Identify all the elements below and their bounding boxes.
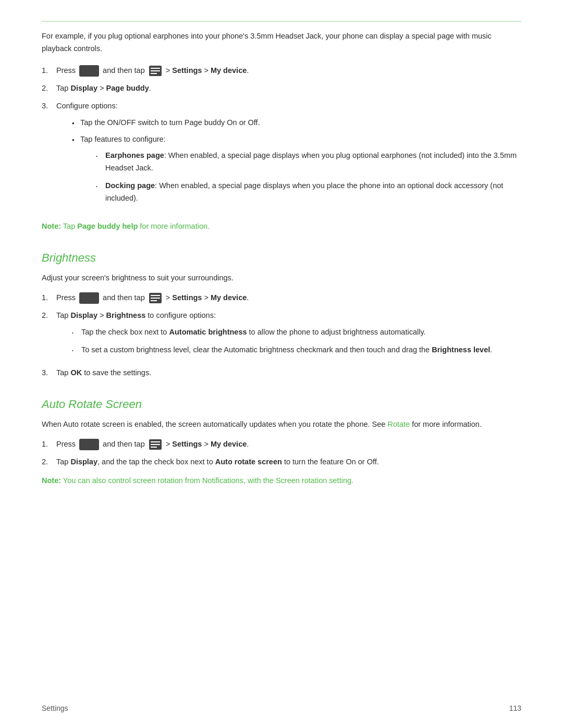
display-bold-b: Display	[70, 311, 97, 319]
step-3-content: Configure options: ▪ Tap the ON/OFF swit…	[56, 100, 521, 214]
svg-rect-9	[151, 441, 160, 442]
press-text-ar: Press	[56, 438, 76, 451]
brightness-sub-dot-2: •	[72, 344, 81, 354]
brightness-step-num-1: 1.	[42, 292, 56, 304]
sub-dot-1: •	[96, 150, 105, 159]
step-1-content: Press and then tap > Settings > My devi	[56, 65, 521, 77]
top-divider	[42, 21, 521, 22]
svg-rect-11	[151, 447, 157, 448]
auto-rotate-heading: Auto Rotate Screen	[42, 395, 521, 413]
auto-rotate-steps-list: 1. Press and then tap	[42, 438, 521, 468]
sub-bullet-list: • Earphones page: When enabled, a specia…	[96, 150, 521, 205]
sub-bullet-2-text: Docking page: When enabled, a special pa…	[105, 180, 521, 205]
display-bold-ar: Display	[70, 458, 97, 466]
settings-path-1: > Settings > My device.	[166, 65, 249, 77]
bullet-item-2: ▪ Tap features to configure: • Earphones…	[72, 133, 521, 211]
footer: Settings 113	[42, 704, 521, 712]
step-num-1: 1.	[42, 65, 56, 77]
top-step-2: 2. Tap Display > Page buddy.	[42, 82, 521, 95]
brightness-steps-list: 1. Press and then tap	[42, 292, 521, 379]
sub-dot-2: •	[96, 180, 105, 190]
configure-bullet-list: ▪ Tap the ON/OFF switch to turn Page bud…	[72, 117, 521, 211]
and-then-text-b: and then tap	[103, 292, 145, 304]
footer-label: Settings	[42, 704, 68, 712]
ok-bold: OK	[70, 368, 82, 377]
auto-rotate-step-num-2: 2.	[42, 456, 56, 468]
bullet-1-text: Tap the ON/OFF switch to turn Page buddy…	[80, 117, 260, 129]
note-label-top: Note:	[42, 222, 61, 230]
press-line-brightness: Press and then tap > Settings > My devi	[56, 292, 521, 304]
menu-icon-1	[148, 65, 163, 77]
and-then-text-ar: and then tap	[103, 438, 145, 451]
page-buddy-help-link[interactable]: Page buddy help	[77, 222, 138, 230]
note-end-top: for more information.	[140, 222, 210, 230]
step-num-2: 2.	[42, 82, 56, 95]
brightness-desc: Adjust your screen's brightness to suit …	[42, 272, 521, 285]
content-area: For example, if you plug optional earpho…	[42, 30, 521, 487]
brightness-step-2-content: Tap Display > Brightness to configure op…	[56, 310, 521, 362]
footer-page: 113	[509, 704, 521, 712]
brightness-bold: Brightness	[106, 311, 146, 319]
sub-bullet-2: • Docking page: When enabled, a special …	[96, 180, 521, 205]
sq-bullet-1: ▪	[72, 117, 80, 129]
press-line-1: Press and then tap > Settings > My devi	[56, 65, 521, 77]
auto-rotate-step-2: 2. Tap Display, and the tap the check bo…	[42, 456, 521, 468]
menu-icon-b	[148, 292, 163, 304]
svg-rect-2	[151, 70, 160, 71]
brightness-step-2: 2. Tap Display > Brightness to configure…	[42, 310, 521, 362]
brightness-bullet-1: • Tap the check box next to Automatic br…	[72, 326, 521, 339]
top-note: Note: Tap Page buddy help for more infor…	[42, 220, 521, 233]
brightness-step-num-2: 2.	[42, 310, 56, 322]
bullet-item-1: ▪ Tap the ON/OFF switch to turn Page bud…	[72, 117, 521, 129]
brightness-step-1: 1. Press and then tap	[42, 292, 521, 304]
brightness-bullet-2-text: To set a custom brightness level, clear …	[81, 344, 492, 356]
note-text-top: Tap	[63, 222, 77, 230]
brightness-bullet-list: • Tap the check box next to Automatic br…	[72, 326, 521, 356]
step-2-content: Tap Display > Page buddy.	[56, 82, 521, 95]
home-button-icon-1	[79, 65, 99, 77]
step-num-3: 3.	[42, 100, 56, 113]
home-button-icon-b	[79, 292, 99, 304]
bullet-2-text: Tap features to configure: • Earphones p…	[80, 133, 521, 211]
auto-rotate-desc-before: When Auto rotate screen is enabled, the …	[42, 420, 387, 428]
brightness-bullet-1-text: Tap the check box next to Automatic brig…	[81, 326, 426, 339]
sub-bullet-1: • Earphones page: When enabled, a specia…	[96, 150, 521, 175]
top-steps-list: 1. Press and then tap	[42, 65, 521, 214]
auto-rotate-step-1: 1. Press and then tap	[42, 438, 521, 451]
auto-rotate-desc: When Auto rotate screen is enabled, the …	[42, 418, 521, 431]
rotate-link[interactable]: Rotate	[387, 420, 410, 428]
note-text-ar: You can also control screen rotation fro…	[63, 476, 353, 485]
press-text-1: Press	[56, 65, 76, 77]
brightness-step-num-3: 3.	[42, 367, 56, 379]
top-step-3: 3. Configure options: ▪ Tap the ON/OFF s…	[42, 100, 521, 214]
press-line-ar: Press and then tap > Settings > My devi	[56, 438, 521, 451]
intro-paragraph: For example, if you plug optional earpho…	[42, 30, 521, 55]
and-then-text-1: and then tap	[103, 65, 145, 77]
brightness-step-3-content: Tap OK to save the settings.	[56, 367, 521, 379]
note-label-ar: Note:	[42, 476, 61, 485]
auto-rotate-note: Note: You can also control screen rotati…	[42, 475, 521, 487]
page-buddy-bold: Page buddy	[106, 84, 149, 92]
brightness-step-3: 3. Tap OK to save the settings.	[42, 367, 521, 379]
settings-path-b: > Settings > My device.	[166, 292, 249, 304]
settings-path-ar: > Settings > My device.	[166, 438, 249, 451]
brightness-sub-dot-1: •	[72, 326, 81, 336]
page: For example, if you plug optional earpho…	[0, 0, 563, 728]
auto-rotate-screen-bold: Auto rotate screen	[215, 458, 282, 466]
svg-rect-10	[151, 444, 160, 445]
menu-icon-ar	[148, 439, 163, 450]
display-bold: Display	[70, 84, 97, 92]
auto-rotate-step-2-content: Tap Display, and the tap the check box n…	[56, 456, 521, 468]
sub-bullet-1-text: Earphones page: When enabled, a special …	[105, 150, 521, 175]
brightness-step-1-content: Press and then tap > Settings > My devi	[56, 292, 521, 304]
brightness-bullet-2: • To set a custom brightness level, clea…	[72, 344, 521, 356]
home-button-icon-ar	[79, 439, 99, 450]
svg-rect-6	[151, 298, 160, 299]
auto-rotate-step-1-content: Press and then tap > Settings > My devi	[56, 438, 521, 451]
top-step-1: 1. Press and then tap	[42, 65, 521, 77]
sq-bullet-2: ▪	[72, 133, 80, 145]
svg-rect-5	[151, 295, 160, 296]
brightness-heading: Brightness	[42, 249, 521, 267]
svg-rect-7	[151, 300, 157, 301]
svg-rect-1	[151, 68, 160, 69]
